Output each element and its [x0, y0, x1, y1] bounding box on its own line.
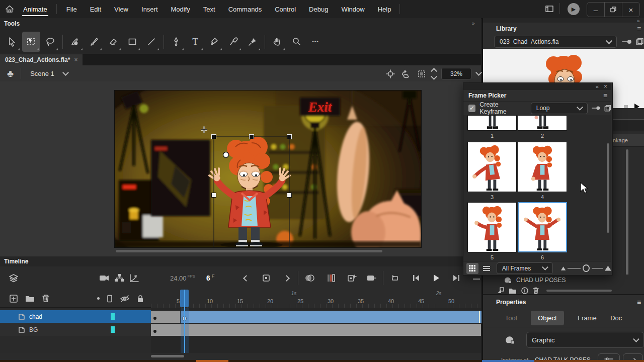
frame-thumbnail-1[interactable] — [467, 115, 517, 131]
library-item-row[interactable]: CHAD UP POSES — [483, 275, 644, 286]
step-forward-icon[interactable] — [279, 270, 294, 286]
workspace-icon[interactable] — [544, 4, 554, 14]
restore-window-button[interactable] — [605, 3, 622, 16]
step-forward-one-frame-icon[interactable] — [449, 270, 464, 286]
camera-icon[interactable] — [97, 270, 112, 286]
zoom-stepper[interactable] — [432, 69, 436, 79]
properties-tab-frame[interactable]: Frame — [578, 314, 597, 322]
new-folder-icon[interactable] — [509, 288, 517, 294]
transform-handle[interactable] — [212, 193, 216, 198]
keyframe-dot[interactable] — [153, 317, 156, 320]
thumbnail-size-large-icon[interactable] — [605, 265, 611, 271]
onion-skin-icon[interactable] — [302, 270, 317, 286]
loop-mode-select[interactable]: Loop — [531, 103, 588, 114]
lock-column-icon[interactable] — [137, 295, 144, 303]
delete-item-icon[interactable] — [533, 287, 539, 294]
frame-picker-scrollbar-track[interactable] — [607, 117, 609, 259]
menu-commands[interactable]: Commands — [222, 0, 268, 18]
menu-modify[interactable]: Modify — [165, 0, 197, 18]
menu-text[interactable]: Text — [197, 0, 222, 18]
symbol-type-select[interactable]: Graphic — [526, 332, 644, 348]
pin-frame-picker-icon[interactable] — [592, 105, 600, 111]
document-tab[interactable]: 023_Chad_Actions.fla* × — [0, 54, 83, 65]
frame-graph-icon[interactable] — [127, 270, 142, 286]
symbol-clubs-icon[interactable]: ♣ — [0, 68, 21, 79]
hand-tool[interactable] — [268, 32, 286, 52]
eyedropper-tool[interactable] — [224, 32, 243, 52]
line-tool[interactable] — [142, 32, 160, 52]
library-panel-title[interactable]: Library — [483, 25, 517, 32]
create-keyframe-checkbox[interactable]: ✓ — [468, 105, 475, 112]
frame-picker-menu-icon[interactable]: ≡ — [603, 92, 607, 100]
frame-thumbnail-6-selected[interactable] — [518, 202, 567, 252]
document-tab-close-icon[interactable]: × — [74, 56, 77, 63]
library-document-select[interactable]: 023_Chad_Actions.fla — [494, 36, 617, 48]
layer-row-chad[interactable]: chad — [0, 310, 151, 323]
new-layer-icon[interactable] — [9, 294, 18, 303]
transformation-point[interactable] — [223, 152, 229, 158]
eraser-tool[interactable] — [104, 32, 122, 52]
delete-layer-icon[interactable] — [42, 294, 50, 303]
clip-content-icon[interactable] — [417, 69, 427, 79]
grid-view-button[interactable] — [466, 263, 478, 274]
classic-brush-tool[interactable] — [85, 32, 103, 52]
item-properties-icon[interactable] — [521, 287, 528, 294]
subselection-transform-tool[interactable] — [22, 32, 40, 52]
frame-thumbnail-2[interactable] — [518, 115, 567, 131]
properties-tab-doc[interactable]: Doc — [610, 314, 622, 322]
new-symbol-icon[interactable] — [497, 287, 504, 294]
rectangle-tool[interactable] — [123, 32, 141, 52]
play-icon[interactable] — [429, 270, 444, 286]
chad-selected-span[interactable] — [180, 311, 481, 323]
quick-share-play-icon[interactable]: ▶ — [568, 3, 580, 15]
properties-tab-object[interactable]: Object — [531, 311, 564, 325]
scene-name[interactable]: Scene 1 — [21, 70, 63, 77]
bg-layer-span[interactable] — [151, 324, 481, 336]
text-tool[interactable]: T — [186, 32, 204, 52]
transform-handle[interactable] — [287, 193, 292, 198]
thumbnail-size-small-icon[interactable] — [561, 266, 566, 270]
layer-outline-color-swatch[interactable] — [111, 326, 115, 333]
panel-close-icon[interactable]: × — [604, 84, 607, 89]
frame-picker-title[interactable]: Frame Picker — [463, 92, 506, 99]
library-scrollbar-thumb[interactable] — [626, 149, 628, 280]
library-menu-icon[interactable]: ≡ — [637, 25, 641, 33]
selection-tool[interactable] — [3, 32, 21, 52]
layer-row-bg[interactable]: BG — [0, 323, 151, 336]
menu-window[interactable]: Window — [335, 0, 371, 18]
fluid-brush-tool[interactable] — [66, 32, 84, 52]
step-back-icon[interactable] — [238, 270, 254, 286]
close-window-button[interactable]: × — [622, 3, 639, 16]
center-stage-icon[interactable] — [385, 69, 395, 79]
current-frame-marker-icon[interactable] — [259, 270, 274, 286]
transform-handle[interactable] — [287, 135, 292, 139]
keyframe-dot[interactable] — [153, 330, 156, 333]
library-horizontal-scrollbar[interactable] — [546, 290, 612, 292]
more-tools-icon[interactable]: ••• — [306, 32, 325, 52]
hide-column-icon[interactable] — [120, 295, 130, 303]
new-folder-icon[interactable] — [25, 295, 35, 303]
properties-tab-tool[interactable]: Tool — [505, 314, 517, 322]
timeline-scrub-handle-icon[interactable] — [473, 279, 480, 280]
stage-canvas[interactable]: Exit Exit — [115, 90, 421, 247]
layer-outline-color-swatch[interactable] — [111, 313, 115, 320]
step-back-one-frame-icon[interactable] — [409, 270, 424, 286]
menu-animate[interactable]: Animate — [17, 0, 53, 18]
timeline-horizontal-scrollbar[interactable] — [151, 355, 184, 357]
minimize-button[interactable]: – — [587, 3, 604, 16]
zoom-chevron-down-icon[interactable] — [475, 69, 482, 76]
fps-value[interactable]: 24.00 — [170, 275, 187, 282]
loop-icon[interactable] — [387, 270, 403, 286]
onion-skin-outlines-icon[interactable] — [324, 270, 339, 286]
menu-help[interactable]: Help — [371, 0, 398, 18]
asset-warp-pin-tool[interactable] — [244, 32, 262, 52]
scene-chevron-down-icon[interactable] — [62, 69, 69, 76]
menu-debug[interactable]: Debug — [302, 0, 335, 18]
insert-keyframe-icon[interactable] — [345, 270, 360, 286]
transform-handle[interactable] — [212, 135, 216, 139]
frame-thumbnail-5[interactable] — [467, 202, 517, 252]
menu-edit[interactable]: Edit — [84, 0, 108, 18]
pin-library-icon[interactable] — [622, 38, 632, 45]
thumbnail-size-slider-knob[interactable] — [583, 264, 590, 272]
rotate-stage-icon[interactable] — [400, 69, 412, 79]
